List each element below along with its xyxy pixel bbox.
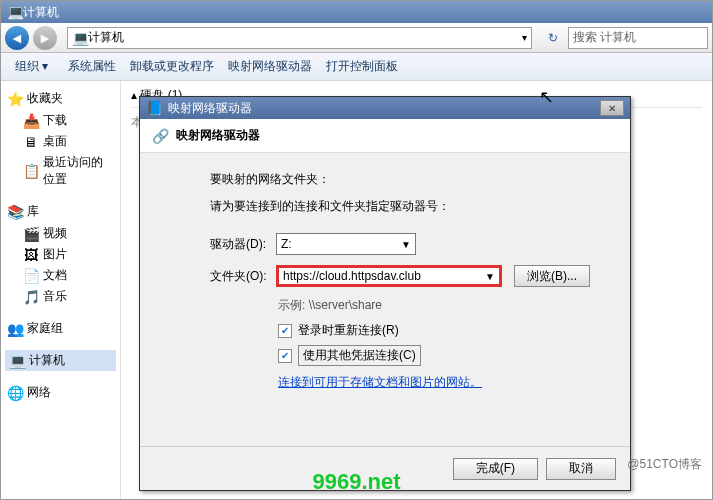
desktop-icon: 🖥: [23, 134, 39, 150]
folder-path-value: https://cloud.httpsdav.club: [283, 269, 421, 283]
homegroup-icon: 👥: [7, 321, 23, 337]
sidebar-item-pictures[interactable]: 🖼图片: [5, 244, 116, 265]
sidebar-item-music[interactable]: 🎵音乐: [5, 286, 116, 307]
sidebar-item-computer[interactable]: 💻计算机: [5, 350, 116, 371]
forward-button[interactable]: ►: [33, 26, 57, 50]
connect-website-link[interactable]: 连接到可用于存储文档和图片的网站。: [278, 374, 590, 391]
network-drive-icon: 📘: [146, 100, 162, 116]
dialog-subheading: 映射网络驱动器: [176, 127, 260, 144]
videos-label: 视频: [43, 225, 67, 242]
dialog-subheader: 🔗 映射网络驱动器: [140, 119, 630, 153]
star-icon: ⭐: [7, 91, 23, 107]
example-text: 示例: \\server\share: [278, 297, 590, 314]
computer-label: 计算机: [29, 352, 65, 369]
map-network-drive-dialog: 📘 映射网络驱动器 ✕ 🔗 映射网络驱动器 要映射的网络文件夹： 请为要连接到的…: [139, 96, 631, 491]
nav-bar: ◄ ► 💻 计算机 ▾ ↻ 搜索 计算机: [1, 23, 712, 53]
documents-label: 文档: [43, 267, 67, 284]
libraries-header[interactable]: 📚库: [5, 200, 116, 223]
video-icon: 🎬: [23, 226, 39, 242]
favorites-header[interactable]: ⭐收藏夹: [5, 87, 116, 110]
open-control-panel-button[interactable]: 打开控制面板: [326, 58, 398, 75]
chevron-down-icon: ▼: [401, 239, 411, 250]
other-credentials-label: 使用其他凭据连接(C): [298, 345, 421, 366]
cancel-button[interactable]: 取消: [546, 458, 616, 480]
other-credentials-checkbox[interactable]: ✔: [278, 349, 292, 363]
window-title: 计算机: [23, 4, 59, 21]
sidebar-item-recent[interactable]: 📋最近访问的位置: [5, 152, 116, 190]
sidebar-item-desktop[interactable]: 🖥桌面: [5, 131, 116, 152]
music-icon: 🎵: [23, 289, 39, 305]
download-icon: 📥: [23, 113, 39, 129]
sidebar-item-downloads[interactable]: 📥下载: [5, 110, 116, 131]
network-icon: 🌐: [7, 385, 23, 401]
command-toolbar: 组织 ▾ 系统属性 卸载或更改程序 映射网络驱动器 打开控制面板: [1, 53, 712, 81]
browse-button[interactable]: 浏览(B)...: [514, 265, 590, 287]
chevron-down-icon[interactable]: ▾: [522, 32, 527, 43]
folder-path-combo[interactable]: https://cloud.httpsdav.club ▼: [276, 265, 502, 287]
drive-label: 驱动器(D):: [210, 236, 274, 253]
breadcrumb-text: 计算机: [88, 29, 124, 46]
document-icon: 📄: [23, 268, 39, 284]
sidebar-item-network[interactable]: 🌐网络: [5, 381, 116, 404]
address-bar[interactable]: 💻 计算机 ▾: [67, 27, 532, 49]
library-icon: 📚: [7, 204, 23, 220]
folder-label: 文件夹(O):: [210, 268, 274, 285]
back-button[interactable]: ◄: [5, 26, 29, 50]
organize-menu[interactable]: 组织 ▾: [9, 56, 54, 77]
navigation-sidebar: ⭐收藏夹 📥下载 🖥桌面 📋最近访问的位置 📚库 🎬视频 🖼图片 📄文档 🎵音乐…: [1, 81, 121, 499]
reconnect-checkbox[interactable]: ✔: [278, 324, 292, 338]
libraries-label: 库: [27, 203, 39, 220]
sidebar-item-documents[interactable]: 📄文档: [5, 265, 116, 286]
dialog-description: 请为要连接到的连接和文件夹指定驱动器号：: [210, 198, 590, 215]
uninstall-changes-button[interactable]: 卸载或更改程序: [130, 58, 214, 75]
computer-icon: 💻: [7, 4, 23, 20]
homegroup-label: 家庭组: [27, 320, 63, 337]
music-label: 音乐: [43, 288, 67, 305]
system-properties-button[interactable]: 系统属性: [68, 58, 116, 75]
dialog-title-text: 映射网络驱动器: [168, 100, 252, 117]
recent-label: 最近访问的位置: [43, 154, 114, 188]
dialog-titlebar: 📘 映射网络驱动器 ✕: [140, 97, 630, 119]
downloads-label: 下载: [43, 112, 67, 129]
picture-icon: 🖼: [23, 247, 39, 263]
map-network-drive-button[interactable]: 映射网络驱动器: [228, 58, 312, 75]
network-drive-wizard-icon: 🔗: [152, 128, 168, 144]
refresh-button[interactable]: ↻: [542, 27, 564, 49]
drive-letter-combo[interactable]: Z: ▼: [276, 233, 416, 255]
search-input[interactable]: 搜索 计算机: [568, 27, 708, 49]
drive-letter-value: Z:: [281, 237, 292, 251]
computer-icon: 💻: [9, 353, 25, 369]
favorites-label: 收藏夹: [27, 90, 63, 107]
recent-icon: 📋: [23, 163, 39, 179]
sidebar-item-homegroup[interactable]: 👥家庭组: [5, 317, 116, 340]
pictures-label: 图片: [43, 246, 67, 263]
desktop-label: 桌面: [43, 133, 67, 150]
dialog-close-button[interactable]: ✕: [600, 100, 624, 116]
breadcrumb-computer-icon: 💻: [72, 30, 88, 46]
dialog-heading: 要映射的网络文件夹：: [210, 171, 590, 188]
sidebar-item-videos[interactable]: 🎬视频: [5, 223, 116, 244]
finish-button[interactable]: 完成(F): [453, 458, 538, 480]
reconnect-label: 登录时重新连接(R): [298, 322, 399, 339]
search-placeholder: 搜索 计算机: [573, 29, 636, 46]
network-label: 网络: [27, 384, 51, 401]
chevron-down-icon: ▼: [485, 271, 495, 282]
window-titlebar: 💻 计算机: [1, 1, 712, 23]
